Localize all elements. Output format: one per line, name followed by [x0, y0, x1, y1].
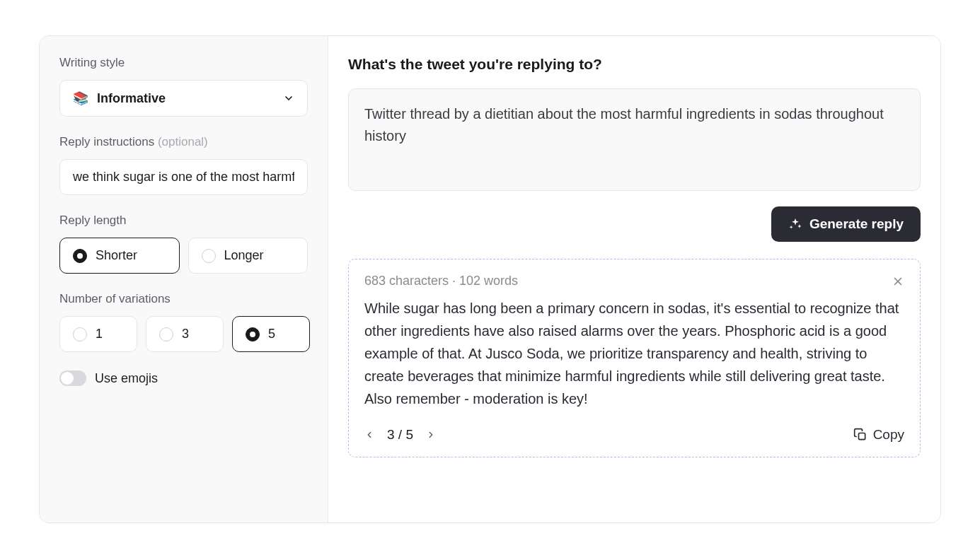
variations-1[interactable]: 1 [59, 316, 137, 352]
result-meta-row: 683 characters · 102 words [364, 274, 904, 288]
main-panel: What's the tweet you're replying to? Twi… [328, 36, 940, 522]
chevron-right-icon[interactable] [426, 430, 436, 440]
chevron-down-icon [283, 93, 294, 104]
main-heading: What's the tweet you're replying to? [348, 56, 921, 73]
variations-group: 1 3 5 [59, 316, 308, 352]
settings-sidebar: Writing style 📚 Informative Reply instru… [40, 36, 328, 522]
reply-instructions-label-text: Reply instructions [59, 135, 154, 148]
result-body: While sugar has long been a primary conc… [364, 297, 904, 410]
variations-5[interactable]: 5 [232, 316, 310, 352]
copy-label: Copy [873, 427, 904, 443]
generate-reply-label: Generate reply [809, 216, 904, 232]
result-meta: 683 characters · 102 words [364, 274, 518, 288]
app-container: Writing style 📚 Informative Reply instru… [39, 35, 941, 523]
result-footer: 3 / 5 Copy [364, 427, 904, 443]
reply-length-label: Reply length [59, 214, 308, 228]
emojis-label: Use emojis [95, 371, 158, 386]
radio-icon [159, 327, 173, 341]
pager: 3 / 5 [364, 427, 436, 443]
writing-style-dropdown[interactable]: 📚 Informative [59, 80, 308, 117]
emojis-row: Use emojis [59, 370, 308, 386]
variations-3-label: 3 [182, 327, 189, 341]
copy-button[interactable]: Copy [853, 427, 904, 443]
sparkles-icon [788, 217, 802, 231]
reply-instructions-label: Reply instructions (optional) [59, 135, 308, 149]
svg-rect-2 [858, 433, 865, 440]
result-card: 683 characters · 102 words While sugar h… [348, 259, 921, 457]
generate-reply-button[interactable]: Generate reply [771, 206, 921, 242]
variations-1-label: 1 [96, 327, 103, 341]
generate-row: Generate reply [348, 206, 921, 242]
writing-style-label: Writing style [59, 56, 308, 70]
copy-icon [853, 428, 867, 442]
reply-instructions-optional: (optional) [158, 135, 208, 148]
dropdown-content: 📚 Informative [73, 90, 166, 106]
pager-total: 5 [405, 427, 413, 442]
pager-text: 3 / 5 [387, 427, 413, 443]
tweet-input[interactable]: Twitter thread by a dietitian about the … [348, 88, 921, 191]
writing-style-value: Informative [97, 91, 166, 106]
pager-current: 3 [387, 427, 395, 442]
emojis-toggle[interactable] [59, 370, 86, 386]
close-icon[interactable] [892, 275, 904, 288]
reply-length-longer[interactable]: Longer [188, 238, 309, 274]
radio-icon [73, 327, 87, 341]
books-icon: 📚 [73, 90, 88, 106]
radio-icon [202, 249, 216, 263]
reply-length-shorter[interactable]: Shorter [59, 238, 180, 274]
reply-length-longer-label: Longer [224, 248, 264, 263]
chevron-left-icon[interactable] [364, 430, 374, 440]
variations-3[interactable]: 3 [146, 316, 224, 352]
variations-label: Number of variations [59, 292, 308, 306]
reply-length-group: Shorter Longer [59, 238, 308, 274]
reply-length-shorter-label: Shorter [96, 248, 137, 263]
reply-instructions-input[interactable] [59, 159, 308, 195]
radio-icon [73, 249, 87, 263]
variations-5-label: 5 [268, 327, 275, 341]
radio-icon [246, 327, 260, 341]
